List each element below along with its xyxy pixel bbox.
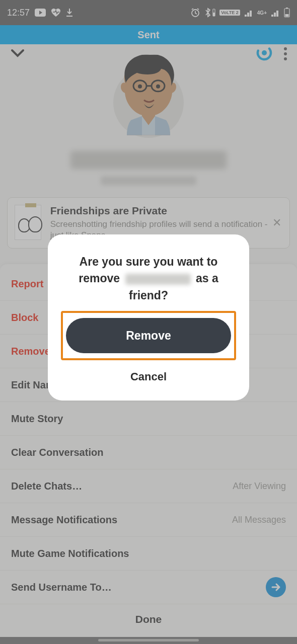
remove-button[interactable]: Remove — [66, 318, 231, 353]
highlight-annotation: Remove — [61, 311, 236, 360]
cancel-button[interactable]: Cancel — [130, 370, 167, 383]
dialog-title: Are you sure you want to remove as a fri… — [61, 254, 236, 304]
remove-friend-dialog: Are you sure you want to remove as a fri… — [48, 234, 249, 400]
dialog-username-redacted — [125, 274, 191, 285]
